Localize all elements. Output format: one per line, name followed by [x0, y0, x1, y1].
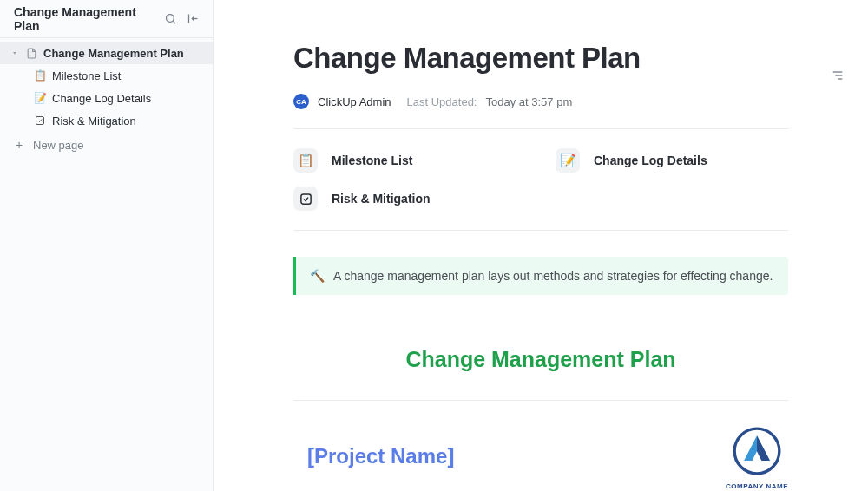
collapse-sidebar-icon[interactable]	[183, 10, 202, 29]
logo-icon	[727, 422, 786, 481]
callout-text: A change management plan lays out method…	[333, 269, 773, 283]
tile-milestone-list[interactable]: 📋 Milestone List	[293, 141, 521, 180]
new-page-button[interactable]: + New page	[0, 134, 213, 156]
clipboard-icon: 📋	[293, 148, 318, 173]
doc-icon	[24, 46, 38, 60]
updated-label: Last Updated:	[407, 95, 477, 108]
svg-rect-5	[36, 117, 44, 125]
toc-icon[interactable]	[828, 66, 847, 85]
note-icon: 📝	[33, 91, 47, 105]
tile-change-log-details[interactable]: 📝 Change Log Details	[556, 141, 783, 180]
check-icon	[293, 187, 318, 211]
new-page-label: New page	[33, 139, 84, 152]
sidebar-header: Change Management Plan	[0, 0, 213, 38]
byline: CA ClickUp Admin Last Updated: Today at …	[293, 94, 788, 109]
sidebar-item-label: Change Management Plan	[43, 47, 202, 60]
main-content: Change Management Plan CA ClickUp Admin …	[214, 0, 868, 491]
subpage-tiles: 📋 Milestone List 📝 Change Log Details Ri…	[293, 129, 788, 230]
sidebar-item-change-management-plan[interactable]: Change Management Plan	[0, 42, 213, 64]
sidebar-item-risk-mitigation[interactable]: Risk & Mitigation	[0, 109, 213, 132]
clipboard-icon: 📋	[33, 69, 47, 82]
sidebar-item-label: Milestone List	[52, 69, 202, 82]
page-title[interactable]: Change Management Plan	[293, 42, 788, 75]
sidebar-item-label: Change Log Details	[52, 92, 202, 105]
sidebar-item-change-log-details[interactable]: 📝 Change Log Details	[0, 87, 213, 109]
svg-point-0	[166, 15, 174, 23]
hammer-icon: 🔨	[310, 269, 325, 283]
chevron-down-icon[interactable]	[10, 49, 19, 56]
document-body: Change Management Plan CA ClickUp Admin …	[293, 0, 788, 491]
svg-marker-4	[13, 52, 16, 55]
plus-icon: +	[14, 138, 24, 152]
updated-time: Today at 3:57 pm	[485, 95, 572, 108]
project-name-placeholder[interactable]: [Project Name]	[293, 444, 454, 468]
avatar[interactable]: CA	[293, 94, 309, 109]
sidebar-item-label: Risk & Mitigation	[52, 115, 202, 128]
tile-label: Risk & Mitigation	[332, 192, 431, 206]
callout[interactable]: 🔨 A change management plan lays out meth…	[293, 257, 788, 295]
tile-risk-mitigation[interactable]: Risk & Mitigation	[293, 180, 521, 218]
company-name: COMPANY NAME	[726, 482, 788, 490]
tile-label: Milestone List	[332, 154, 412, 167]
search-icon[interactable]	[161, 10, 180, 29]
check-icon	[33, 114, 47, 128]
company-logo: COMPANY NAME	[726, 422, 788, 490]
sidebar: Change Management Plan Change Management…	[0, 0, 214, 491]
sidebar-title: Change Management Plan	[14, 5, 157, 33]
svg-line-1	[173, 21, 175, 23]
sidebar-nav: Change Management Plan 📋 Milestone List …	[0, 38, 213, 156]
author-name[interactable]: ClickUp Admin	[318, 95, 391, 108]
section-heading[interactable]: Change Management Plan	[293, 347, 788, 372]
sidebar-item-milestone-list[interactable]: 📋 Milestone List	[0, 64, 213, 87]
note-icon: 📝	[556, 148, 580, 173]
tile-label: Change Log Details	[594, 154, 707, 167]
project-row: [Project Name] COMPANY NAME	[293, 401, 788, 491]
divider	[293, 230, 788, 231]
